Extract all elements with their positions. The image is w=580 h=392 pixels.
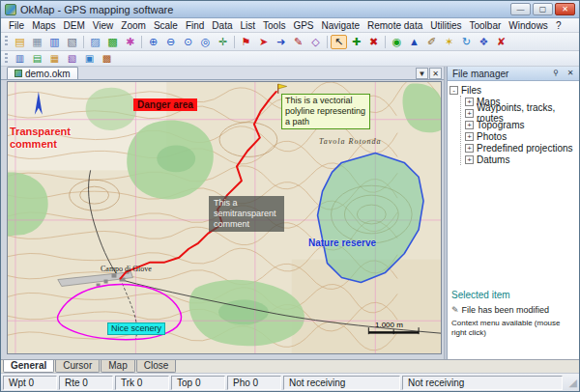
- file-manager-panel: File manager ⚲ ✕ - Files + Maps + Waypoi…: [447, 67, 579, 359]
- menu-find[interactable]: Find: [182, 20, 208, 31]
- menu-zoom[interactable]: Zoom: [117, 20, 150, 31]
- expand-icon[interactable]: +: [465, 98, 474, 106]
- zoom-fit-icon[interactable]: ◎: [197, 35, 214, 49]
- selected-item-info: Selected item ✎ File has been modified C…: [451, 290, 577, 338]
- menu-navigate[interactable]: Navigate: [318, 20, 363, 31]
- tab-general[interactable]: General: [3, 360, 54, 373]
- status-bar: Wpt 0 Rte 0 Trk 0 Top 0 Pho 0 Not receiv…: [1, 373, 579, 391]
- resize-grip[interactable]: ◢: [565, 377, 577, 389]
- nice-scenery-label[interactable]: Nice scenery: [107, 322, 165, 335]
- compass-icon[interactable]: ▲: [406, 35, 422, 49]
- nature-reserve-label[interactable]: Nature reserve: [308, 238, 376, 248]
- tree-item-files[interactable]: - Files: [450, 84, 577, 96]
- semitransparent-comment-label[interactable]: This a semitransparent comment: [209, 196, 284, 232]
- secondary-toolbar: ▥ ▤ ▦ ▧ ▣ ▩: [1, 51, 579, 67]
- tree-item-predefined-projections[interactable]: + Predefined projections: [465, 142, 577, 154]
- delete-icon[interactable]: ✖: [365, 35, 382, 49]
- image-icon[interactable]: ▩: [104, 35, 121, 49]
- menu-help[interactable]: ?: [552, 20, 566, 31]
- select-icon[interactable]: ↖: [331, 35, 347, 49]
- expand-icon[interactable]: +: [465, 155, 474, 164]
- toolbar-grip[interactable]: [5, 36, 8, 47]
- layers-icon[interactable]: ❖: [476, 35, 492, 49]
- exit-icon[interactable]: ✘: [493, 35, 509, 49]
- document-tab-strip: demo.okm ▼ ✕: [1, 67, 444, 80]
- danger-area-label[interactable]: Danger area: [133, 98, 197, 111]
- tab-close-icon[interactable]: ✕: [429, 68, 442, 79]
- tab-list-dropdown-icon[interactable]: ▼: [416, 68, 428, 79]
- collapse-icon[interactable]: -: [450, 86, 458, 95]
- waypoint-icon[interactable]: ⚑: [238, 35, 254, 49]
- area-icon[interactable]: ◇: [307, 35, 324, 49]
- pin-icon[interactable]: ⚲: [550, 69, 562, 79]
- status-routes: Rte 0: [59, 376, 113, 390]
- panel-close-icon[interactable]: ✕: [565, 69, 576, 79]
- toolbar-grip[interactable]: [5, 53, 8, 65]
- toolbar-separator: [234, 36, 235, 48]
- transparent-comment-label[interactable]: Transparent comment: [10, 126, 91, 151]
- comment-icon[interactable]: ✎: [290, 35, 306, 49]
- menu-data[interactable]: Data: [208, 20, 236, 31]
- close-button[interactable]: ✕: [555, 3, 575, 15]
- maximize-button[interactable]: ▢: [533, 3, 553, 15]
- pan-icon[interactable]: ✛: [215, 35, 231, 49]
- cascade-windows-icon[interactable]: ▩: [99, 52, 115, 65]
- polyline-callout-label[interactable]: This is a vectorial polyline representin…: [281, 94, 370, 129]
- tree-item-photos[interactable]: + Photos: [465, 130, 577, 142]
- expand-icon[interactable]: +: [465, 109, 474, 118]
- menu-list[interactable]: List: [236, 20, 259, 31]
- tab-cursor[interactable]: Cursor: [55, 360, 100, 373]
- track-icon[interactable]: ➤: [255, 35, 272, 49]
- print-icon[interactable]: ▧: [64, 35, 80, 49]
- toolbar-separator: [385, 36, 386, 48]
- tab-map[interactable]: Map: [101, 360, 134, 373]
- tree-item-waypoints-tracks-routes[interactable]: + Waypoints, tracks, routes: [465, 107, 577, 119]
- menu-windows[interactable]: Windows: [505, 20, 552, 31]
- menu-remote-data[interactable]: Remote data: [363, 20, 426, 31]
- menu-file[interactable]: File: [5, 20, 28, 31]
- menu-view[interactable]: View: [89, 20, 118, 31]
- menu-utilities[interactable]: Utilities: [426, 20, 465, 31]
- zoom-1-1-icon[interactable]: ⊙: [180, 35, 196, 49]
- refresh-icon[interactable]: ↻: [458, 35, 475, 49]
- tile-windows-icon[interactable]: ▣: [81, 52, 98, 65]
- file-manager-title: File manager: [452, 69, 547, 79]
- trackpoints-icon[interactable]: ▧: [64, 52, 80, 65]
- zoom-out-icon[interactable]: ⊖: [162, 35, 179, 49]
- map-viewport[interactable]: Danger area Transparent comment This is …: [7, 81, 442, 354]
- menu-gps[interactable]: GPS: [289, 20, 317, 31]
- menu-scale[interactable]: Scale: [150, 20, 182, 31]
- route-icon[interactable]: ➜: [273, 35, 289, 49]
- find-icon[interactable]: ✶: [441, 35, 457, 49]
- content-area: demo.okm ▼ ✕: [1, 67, 579, 359]
- tree-item-datums[interactable]: + Datums: [465, 154, 577, 165]
- status-photos: Pho 0: [227, 376, 281, 390]
- map-preview-icon[interactable]: ▦: [46, 52, 63, 65]
- gps-position-icon[interactable]: ◉: [389, 35, 405, 49]
- close-map-icon[interactable]: ▦: [29, 35, 45, 49]
- palette-icon[interactable]: ✱: [122, 35, 138, 49]
- titlebar: OkMap - GPS mapping software — ▢ ✕: [1, 1, 579, 18]
- open-map-icon[interactable]: ▤: [12, 35, 28, 49]
- expand-icon[interactable]: +: [465, 121, 474, 129]
- measure-icon[interactable]: ✐: [423, 35, 440, 49]
- zoom-in-icon[interactable]: ⊕: [145, 35, 161, 49]
- toolbar-separator: [141, 36, 142, 48]
- add-point-icon[interactable]: ✚: [348, 35, 364, 49]
- menu-toolbar[interactable]: Toolbar: [465, 20, 505, 31]
- save-icon[interactable]: ▥: [46, 35, 63, 49]
- expand-icon[interactable]: +: [465, 144, 474, 153]
- menu-maps[interactable]: Maps: [28, 20, 59, 31]
- file-manager-icon[interactable]: ▥: [12, 52, 28, 65]
- copy-icon[interactable]: ▨: [87, 35, 103, 49]
- minimize-button[interactable]: —: [510, 3, 531, 15]
- document-tab-demo[interactable]: demo.okm: [7, 67, 78, 79]
- menu-tools[interactable]: Tools: [259, 20, 289, 31]
- file-manager-header: File manager ⚲ ✕: [448, 67, 579, 81]
- map-list-icon[interactable]: ▤: [29, 52, 45, 65]
- expand-icon[interactable]: +: [465, 132, 474, 141]
- status-topograms: Top 0: [171, 376, 225, 390]
- tab-close[interactable]: Close: [136, 360, 177, 373]
- menu-dem[interactable]: DEM: [60, 20, 89, 31]
- file-manager-body: - Files + Maps + Waypoints, tracks, rout…: [448, 81, 579, 359]
